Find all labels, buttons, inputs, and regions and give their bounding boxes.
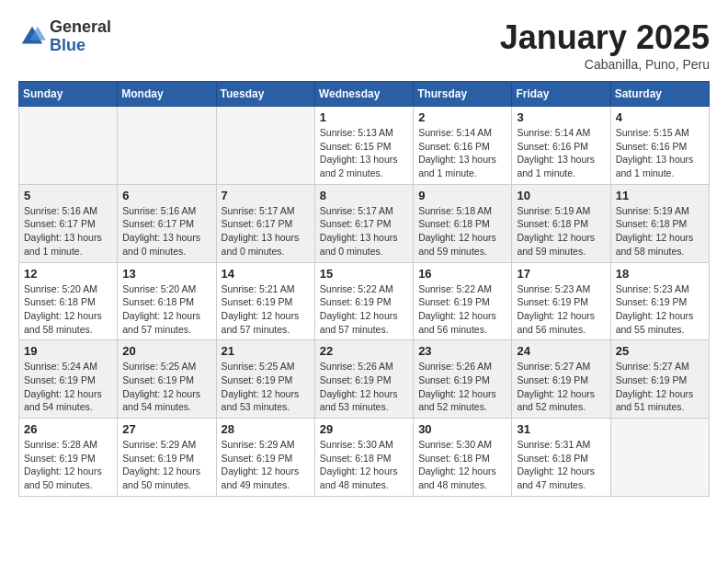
calendar-week-row: 19Sunrise: 5:24 AM Sunset: 6:19 PM Dayli… [19,340,710,419]
day-info: Sunrise: 5:29 AM Sunset: 6:19 PM Dayligh… [222,438,310,492]
day-info: Sunrise: 5:24 AM Sunset: 6:19 PM Dayligh… [24,360,112,414]
day-info: Sunrise: 5:26 AM Sunset: 6:19 PM Dayligh… [320,360,408,414]
day-number: 2 [418,110,506,124]
day-number: 5 [24,189,112,202]
day-info: Sunrise: 5:16 AM Sunset: 6:17 PM Dayligh… [24,204,112,259]
day-number: 19 [24,344,112,358]
day-info: Sunrise: 5:27 AM Sunset: 6:19 PM Dayligh… [517,360,605,414]
calendar-day-cell: 22Sunrise: 5:26 AM Sunset: 6:19 PM Dayli… [314,340,413,419]
calendar-day-cell: 10Sunrise: 5:19 AM Sunset: 6:18 PM Dayli… [512,184,610,262]
calendar-day-cell [610,419,709,497]
calendar-day-cell: 30Sunrise: 5:30 AM Sunset: 6:18 PM Dayli… [414,419,512,497]
day-info: Sunrise: 5:15 AM Sunset: 6:16 PM Dayligh… [616,126,704,180]
day-info: Sunrise: 5:31 AM Sunset: 6:18 PM Dayligh… [517,438,605,492]
day-info: Sunrise: 5:22 AM Sunset: 6:19 PM Dayligh… [418,282,506,337]
weekday-header: Thursday [414,82,512,107]
day-number: 4 [616,110,704,124]
day-number: 7 [222,189,310,202]
day-number: 8 [320,189,408,202]
day-number: 27 [122,422,210,436]
calendar-day-cell: 13Sunrise: 5:20 AM Sunset: 6:18 PM Dayli… [118,262,216,340]
day-number: 29 [320,422,408,436]
day-info: Sunrise: 5:16 AM Sunset: 6:17 PM Dayligh… [122,204,210,259]
calendar-day-cell: 2Sunrise: 5:14 AM Sunset: 6:16 PM Daylig… [414,107,512,185]
logo-icon [18,23,46,51]
weekday-header: Sunday [19,82,118,107]
day-info: Sunrise: 5:30 AM Sunset: 6:18 PM Dayligh… [320,438,408,492]
day-info: Sunrise: 5:25 AM Sunset: 6:19 PM Dayligh… [222,360,310,414]
day-number: 3 [517,110,605,124]
calendar-day-cell: 24Sunrise: 5:27 AM Sunset: 6:19 PM Dayli… [512,340,610,419]
calendar-day-cell: 28Sunrise: 5:29 AM Sunset: 6:19 PM Dayli… [216,419,314,497]
calendar-day-cell: 9Sunrise: 5:18 AM Sunset: 6:18 PM Daylig… [414,184,512,262]
calendar-week-row: 26Sunrise: 5:28 AM Sunset: 6:19 PM Dayli… [19,419,710,497]
calendar-day-cell [19,107,118,185]
day-number: 28 [222,422,310,436]
calendar-day-cell: 7Sunrise: 5:17 AM Sunset: 6:17 PM Daylig… [216,184,314,262]
weekday-header: Saturday [610,82,709,107]
logo-text: General Blue [50,18,111,55]
calendar-day-cell: 3Sunrise: 5:14 AM Sunset: 6:16 PM Daylig… [512,107,610,185]
weekday-header: Tuesday [216,82,314,107]
day-number: 6 [122,189,210,202]
calendar-day-cell: 4Sunrise: 5:15 AM Sunset: 6:16 PM Daylig… [610,107,709,185]
day-number: 14 [222,267,310,281]
day-number: 16 [418,267,506,281]
day-number: 11 [616,189,704,202]
weekday-header: Friday [512,82,610,107]
day-number: 15 [320,267,408,281]
day-info: Sunrise: 5:19 AM Sunset: 6:18 PM Dayligh… [517,204,605,259]
calendar-table: SundayMondayTuesdayWednesdayThursdayFrid… [18,81,710,497]
calendar-day-cell: 1Sunrise: 5:13 AM Sunset: 6:15 PM Daylig… [314,107,413,185]
day-info: Sunrise: 5:17 AM Sunset: 6:17 PM Dayligh… [222,204,310,259]
calendar-week-row: 5Sunrise: 5:16 AM Sunset: 6:17 PM Daylig… [19,184,710,262]
day-info: Sunrise: 5:27 AM Sunset: 6:19 PM Dayligh… [616,360,704,414]
day-number: 18 [616,267,704,281]
day-number: 25 [616,344,704,358]
calendar-day-cell: 29Sunrise: 5:30 AM Sunset: 6:18 PM Dayli… [314,419,413,497]
day-info: Sunrise: 5:13 AM Sunset: 6:15 PM Dayligh… [320,126,408,180]
calendar-day-cell: 16Sunrise: 5:22 AM Sunset: 6:19 PM Dayli… [414,262,512,340]
day-info: Sunrise: 5:30 AM Sunset: 6:18 PM Dayligh… [418,438,506,492]
location-subtitle: Cabanilla, Puno, Peru [500,57,710,72]
logo-general: General [50,18,111,37]
calendar-day-cell [118,107,216,185]
day-info: Sunrise: 5:14 AM Sunset: 6:16 PM Dayligh… [517,126,605,180]
day-info: Sunrise: 5:21 AM Sunset: 6:19 PM Dayligh… [222,282,310,337]
day-info: Sunrise: 5:29 AM Sunset: 6:19 PM Dayligh… [122,438,210,492]
weekday-header: Monday [118,82,216,107]
title-block: January 2025 Cabanilla, Puno, Peru [500,18,710,72]
calendar-day-cell: 19Sunrise: 5:24 AM Sunset: 6:19 PM Dayli… [19,340,118,419]
day-number: 23 [418,344,506,358]
day-info: Sunrise: 5:23 AM Sunset: 6:19 PM Dayligh… [616,282,704,337]
day-number: 10 [517,189,605,202]
day-number: 17 [517,267,605,281]
day-info: Sunrise: 5:28 AM Sunset: 6:19 PM Dayligh… [24,438,112,492]
calendar-day-cell: 8Sunrise: 5:17 AM Sunset: 6:17 PM Daylig… [314,184,413,262]
calendar-day-cell: 6Sunrise: 5:16 AM Sunset: 6:17 PM Daylig… [118,184,216,262]
month-title: January 2025 [500,18,710,57]
calendar-day-cell: 23Sunrise: 5:26 AM Sunset: 6:19 PM Dayli… [414,340,512,419]
weekday-header-row: SundayMondayTuesdayWednesdayThursdayFrid… [19,82,710,107]
day-number: 31 [517,422,605,436]
calendar-day-cell: 27Sunrise: 5:29 AM Sunset: 6:19 PM Dayli… [118,419,216,497]
calendar-day-cell: 11Sunrise: 5:19 AM Sunset: 6:18 PM Dayli… [610,184,709,262]
day-number: 22 [320,344,408,358]
calendar-day-cell: 21Sunrise: 5:25 AM Sunset: 6:19 PM Dayli… [216,340,314,419]
day-number: 21 [222,344,310,358]
day-number: 1 [320,110,408,124]
day-info: Sunrise: 5:20 AM Sunset: 6:18 PM Dayligh… [24,282,112,337]
day-number: 9 [418,189,506,202]
calendar-day-cell: 26Sunrise: 5:28 AM Sunset: 6:19 PM Dayli… [19,419,118,497]
day-number: 12 [24,267,112,281]
logo: General Blue [18,18,111,55]
day-number: 24 [517,344,605,358]
calendar-day-cell [216,107,314,185]
day-number: 30 [418,422,506,436]
calendar-day-cell: 17Sunrise: 5:23 AM Sunset: 6:19 PM Dayli… [512,262,610,340]
day-info: Sunrise: 5:14 AM Sunset: 6:16 PM Dayligh… [418,126,506,180]
calendar-day-cell: 18Sunrise: 5:23 AM Sunset: 6:19 PM Dayli… [610,262,709,340]
calendar-day-cell: 5Sunrise: 5:16 AM Sunset: 6:17 PM Daylig… [19,184,118,262]
day-info: Sunrise: 5:19 AM Sunset: 6:18 PM Dayligh… [616,204,704,259]
day-info: Sunrise: 5:17 AM Sunset: 6:17 PM Dayligh… [320,204,408,259]
